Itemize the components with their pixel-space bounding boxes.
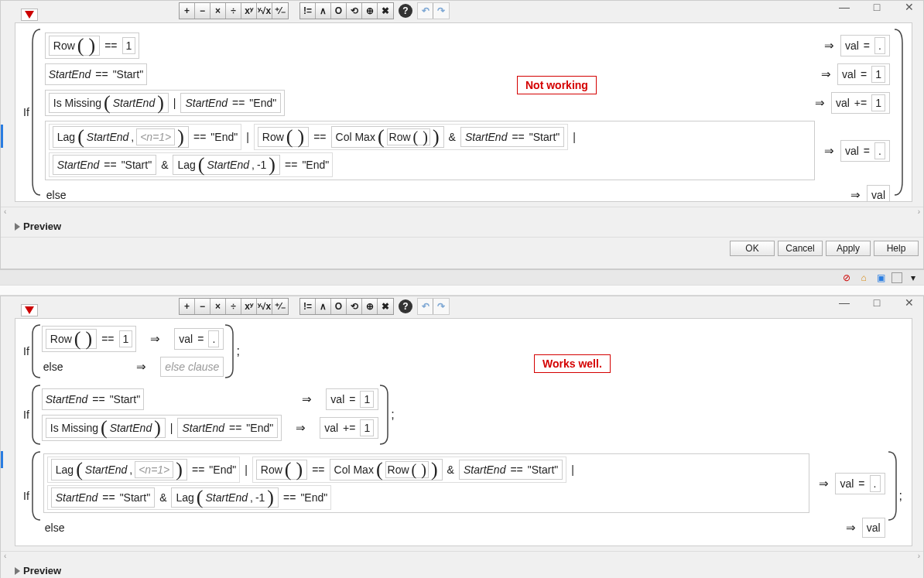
cmp-ne[interactable]: != bbox=[300, 299, 316, 314]
op-div[interactable]: ÷ bbox=[226, 299, 241, 314]
window-icon[interactable]: ▣ bbox=[874, 272, 887, 284]
formula-editor-bottom[interactable]: Works well. If Row( ) == 1 val = bbox=[15, 318, 912, 546]
open-bracket-icon bbox=[31, 450, 42, 522]
result-val[interactable]: val bbox=[862, 518, 885, 538]
result-val-dot[interactable]: val = . bbox=[174, 328, 224, 350]
cond-complex-1[interactable]: Lag ( StartEnd , <n=1> ) == "End" | Row(… bbox=[45, 121, 815, 180]
then-arrow-icon bbox=[133, 360, 149, 374]
cond-row-eq-1[interactable]: Row( ) == 1 bbox=[45, 32, 140, 59]
cmp-or[interactable]: Ο bbox=[331, 299, 347, 314]
cmp-and[interactable]: ∧ bbox=[316, 3, 331, 19]
dropdown-icon[interactable]: ▾ bbox=[907, 272, 919, 284]
ok-button[interactable]: OK bbox=[730, 241, 775, 256]
else-keyword: else bbox=[43, 522, 65, 534]
dialog-buttons: OK Cancel Apply Help bbox=[1, 237, 923, 259]
formula-toolbar: + − × ÷ xʸ ʸ√x ⁺⁄₋ != ∧ Ο ⟲ ⊕ ✖ ? ↶ ↷ bbox=[179, 298, 923, 315]
cmp-or[interactable]: Ο bbox=[331, 3, 347, 19]
stop-icon[interactable]: ⊘ bbox=[840, 272, 853, 284]
then-arrow-icon bbox=[147, 332, 163, 346]
then-arrow-icon bbox=[299, 392, 315, 406]
close-icon[interactable]: ✕ bbox=[898, 1, 920, 13]
preview-section[interactable]: Preview bbox=[1, 217, 923, 237]
result-val[interactable]: val bbox=[867, 185, 890, 202]
else-keyword: else bbox=[42, 361, 63, 373]
annotation-not-working: Not working bbox=[517, 76, 597, 94]
close-bracket-icon bbox=[887, 450, 898, 522]
cond-startend-start[interactable]: StartEnd == "Start" bbox=[42, 388, 144, 410]
preview-section[interactable]: Preview bbox=[1, 562, 923, 578]
help-icon[interactable]: ? bbox=[399, 4, 412, 18]
undo-button[interactable]: ↶ bbox=[418, 299, 433, 314]
cond-missing-or-end[interactable]: Is Missing ( StartEnd ) | StartEnd == "E… bbox=[45, 90, 285, 116]
close-bracket-icon bbox=[378, 384, 389, 446]
preview-label: Preview bbox=[23, 221, 61, 232]
undo-button[interactable]: ↶ bbox=[418, 3, 433, 19]
cmp-switch[interactable]: ⟲ bbox=[347, 299, 362, 314]
op-root[interactable]: ʸ√x bbox=[257, 299, 272, 314]
then-arrow-icon bbox=[821, 144, 837, 158]
h-scrollbar[interactable] bbox=[1, 207, 923, 217]
redo-button[interactable]: ↷ bbox=[433, 299, 449, 314]
cmp-and[interactable]: ∧ bbox=[316, 299, 331, 314]
op-pow[interactable]: xʸ bbox=[241, 3, 257, 19]
op-plus[interactable]: + bbox=[180, 3, 195, 19]
help-button[interactable]: Help bbox=[874, 241, 919, 256]
redo-button[interactable]: ↷ bbox=[433, 3, 449, 19]
op-negate[interactable]: ⁺⁄₋ bbox=[272, 299, 288, 314]
op-plus[interactable]: + bbox=[180, 299, 195, 314]
result-val-1[interactable]: val = 1 bbox=[326, 388, 378, 410]
then-arrow-icon bbox=[843, 521, 859, 535]
op-pow[interactable]: xʸ bbox=[241, 299, 257, 314]
preview-label: Preview bbox=[23, 565, 61, 576]
h-scrollbar[interactable] bbox=[1, 551, 923, 562]
blank-box-icon[interactable] bbox=[891, 272, 902, 283]
maximize-icon[interactable]: □ bbox=[866, 1, 888, 13]
else-keyword: else bbox=[45, 189, 67, 201]
apply-button[interactable]: Apply bbox=[826, 241, 871, 256]
result-val-dot[interactable]: val = . bbox=[840, 35, 890, 56]
cmp-insert[interactable]: ⊕ bbox=[362, 3, 378, 19]
help-icon[interactable]: ? bbox=[399, 299, 412, 313]
close-icon[interactable]: ✕ bbox=[898, 296, 920, 309]
then-arrow-icon bbox=[818, 67, 834, 81]
semicolon: ; bbox=[898, 489, 904, 503]
cmp-insert[interactable]: ⊕ bbox=[362, 299, 378, 314]
cmp-ne[interactable]: != bbox=[300, 3, 316, 19]
op-root[interactable]: ʸ√x bbox=[257, 3, 272, 19]
result-val-1[interactable]: val = 1 bbox=[837, 63, 890, 85]
disclosure-button[interactable] bbox=[21, 9, 38, 21]
then-arrow-icon bbox=[293, 421, 309, 435]
disclosure-button[interactable] bbox=[21, 304, 38, 316]
cmp-switch[interactable]: ⟲ bbox=[347, 3, 362, 19]
minimize-icon[interactable]: — bbox=[833, 296, 855, 309]
semicolon: ; bbox=[389, 408, 395, 422]
disclosure-triangle-icon bbox=[15, 567, 20, 575]
annotation-works-well: Works well. bbox=[534, 354, 611, 373]
op-negate[interactable]: ⁺⁄₋ bbox=[272, 3, 288, 19]
op-minus[interactable]: − bbox=[195, 3, 210, 19]
op-minus[interactable]: − bbox=[195, 299, 210, 314]
cond-row-eq-1[interactable]: Row( ) == 1 bbox=[42, 326, 137, 352]
cancel-button[interactable]: Cancel bbox=[778, 241, 823, 256]
maximize-icon[interactable]: □ bbox=[866, 296, 888, 309]
result-val-plus-1[interactable]: val += 1 bbox=[831, 92, 890, 114]
cond-missing-or-end[interactable]: Is Missing ( StartEnd ) | StartEnd == "E… bbox=[42, 415, 282, 441]
home-icon[interactable]: ⌂ bbox=[857, 272, 870, 284]
result-val-plus-1[interactable]: val += 1 bbox=[320, 417, 378, 439]
else-clause-placeholder[interactable]: else clause bbox=[160, 357, 224, 377]
result-val-dot-3[interactable]: val = . bbox=[835, 473, 885, 494]
minimize-icon[interactable]: — bbox=[833, 1, 855, 13]
op-times[interactable]: × bbox=[210, 299, 226, 314]
cond-startend-start[interactable]: StartEnd == "Start" bbox=[45, 63, 147, 85]
window-controls-bottom: — □ ✕ bbox=[833, 296, 920, 309]
result-val-dot-2[interactable]: val = . bbox=[840, 140, 890, 162]
cmp-delete[interactable]: ✖ bbox=[378, 3, 393, 19]
cond-complex-2[interactable]: Lag ( StartEnd , <n=1> ) == "End" | Row(… bbox=[43, 453, 810, 513]
formula-editor-top[interactable]: Not working If Row( ) == 1 bbox=[15, 22, 912, 202]
op-times[interactable]: × bbox=[210, 3, 226, 19]
op-div[interactable]: ÷ bbox=[226, 3, 241, 19]
disclosure-triangle-icon bbox=[15, 223, 20, 231]
cmp-delete[interactable]: ✖ bbox=[378, 299, 393, 314]
status-bar: ⊘ ⌂ ▣ ▾ bbox=[0, 269, 924, 285]
open-bracket-icon bbox=[31, 384, 42, 446]
